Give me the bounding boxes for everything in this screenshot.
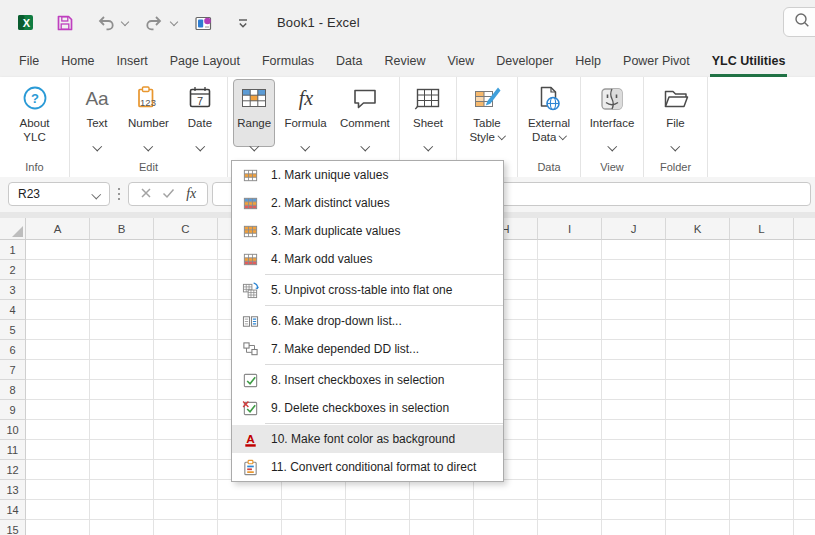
formula-bar-drag-handle[interactable] bbox=[112, 182, 126, 206]
date-icon: 7 bbox=[185, 84, 215, 114]
undo-button[interactable] bbox=[89, 8, 122, 38]
menu-item-label: 7. Make depended DD list... bbox=[271, 342, 419, 356]
column-header-b[interactable]: B bbox=[90, 218, 154, 240]
row-header-8[interactable]: 8 bbox=[0, 380, 26, 400]
column-header-i[interactable]: I bbox=[538, 218, 602, 240]
interface-icon bbox=[597, 84, 627, 114]
tab-page-layout[interactable]: Page Layout bbox=[159, 45, 251, 77]
row-header-2[interactable]: 2 bbox=[0, 260, 26, 280]
tab-review[interactable]: Review bbox=[373, 45, 436, 77]
button-label: Date bbox=[188, 117, 212, 131]
ribbon-group-buttons: ExternalData bbox=[518, 77, 580, 160]
menu-item-6-make-drop-down-list[interactable]: 6. Make drop-down list... bbox=[232, 307, 503, 335]
range-icon bbox=[239, 84, 269, 114]
interface-button[interactable]: Interface bbox=[586, 79, 639, 147]
menu-item-1-mark-unique-values[interactable]: 1. Mark unique values bbox=[232, 161, 503, 189]
row-header-4[interactable]: 4 bbox=[0, 300, 26, 320]
menu-item-2-mark-distinct-values[interactable]: 2. Mark distinct values bbox=[232, 189, 503, 217]
button-label: Formula bbox=[284, 117, 326, 131]
column-header-a[interactable]: A bbox=[26, 218, 90, 240]
about-ylc-button[interactable]: ?AboutYLC bbox=[15, 79, 55, 146]
ribbon-group-info: ?AboutYLCInfo bbox=[0, 77, 70, 177]
column-header-l[interactable]: L bbox=[730, 218, 794, 240]
number-icon: 123 bbox=[133, 84, 163, 114]
tab-home[interactable]: Home bbox=[50, 45, 105, 77]
tab-help[interactable]: Help bbox=[564, 45, 612, 77]
row-header-15[interactable]: 15 bbox=[0, 520, 26, 535]
formula-icon: fx bbox=[291, 84, 321, 114]
row-header-9[interactable]: 9 bbox=[0, 400, 26, 420]
tab-developer[interactable]: Developer bbox=[485, 45, 564, 77]
menu-item-8-insert-checkboxes-in-selection[interactable]: 8. Insert checkboxes in selection bbox=[232, 366, 503, 394]
tab-file[interactable]: File bbox=[8, 45, 50, 77]
ribbon-group-buttons: RangefxFormulaComment bbox=[228, 77, 399, 160]
chevron-down-icon bbox=[362, 136, 369, 145]
menu-item-9-delete-checkboxes-in-selection[interactable]: 9. Delete checkboxes in selection bbox=[232, 394, 503, 422]
name-box[interactable]: R23 bbox=[8, 182, 110, 206]
menu-item-7-make-depended-dd-list[interactable]: 7. Make depended DD list... bbox=[232, 335, 503, 363]
tab-formulas[interactable]: Formulas bbox=[251, 45, 325, 77]
table-style-button[interactable]: TableStyle bbox=[465, 79, 508, 146]
select-all-corner[interactable] bbox=[0, 218, 26, 240]
row-header-7[interactable]: 7 bbox=[0, 360, 26, 380]
column-header-k[interactable]: K bbox=[666, 218, 730, 240]
svg-text:X: X bbox=[23, 17, 31, 29]
text-button[interactable]: AaText bbox=[77, 79, 117, 147]
ribbon-group-folder: FileFolder bbox=[644, 77, 708, 177]
chevron-down-icon[interactable] bbox=[91, 190, 100, 199]
addin-icon[interactable] bbox=[187, 8, 221, 38]
column-header-j[interactable]: J bbox=[602, 218, 666, 240]
row-header-14[interactable]: 14 bbox=[0, 500, 26, 520]
redo-dropdown-icon[interactable] bbox=[170, 17, 178, 25]
cancel-icon[interactable] bbox=[140, 185, 152, 203]
row-header-11[interactable]: 11 bbox=[0, 440, 26, 460]
menu-separator bbox=[265, 274, 503, 275]
chevron-down-icon bbox=[94, 136, 101, 145]
chevron-down-icon bbox=[302, 136, 309, 145]
column-header-c[interactable]: C bbox=[154, 218, 218, 240]
enter-icon[interactable] bbox=[162, 185, 175, 203]
row-header-1[interactable]: 1 bbox=[0, 240, 26, 260]
customize-quick-access-icon[interactable] bbox=[229, 8, 257, 38]
menu-item-3-mark-duplicate-values[interactable]: 3. Mark duplicate values bbox=[232, 217, 503, 245]
save-icon[interactable] bbox=[49, 8, 81, 38]
chevron-down-icon bbox=[559, 132, 567, 140]
date-button[interactable]: 7Date bbox=[180, 79, 220, 147]
range-button[interactable]: Range bbox=[233, 79, 275, 147]
tab-view[interactable]: View bbox=[436, 45, 485, 77]
row-header-12[interactable]: 12 bbox=[0, 460, 26, 480]
tab-data[interactable]: Data bbox=[325, 45, 373, 77]
menu-item-4-mark-odd-values[interactable]: 4. Mark odd values bbox=[232, 245, 503, 273]
row-header-10[interactable]: 10 bbox=[0, 420, 26, 440]
menu-item-5-unpivot-cross-table-into-flat-one[interactable]: 5. Unpivot cross-table into flat one bbox=[232, 276, 503, 304]
external-data-button[interactable]: ExternalData bbox=[524, 79, 574, 146]
chevron-down-icon bbox=[498, 132, 506, 140]
sheet-button[interactable]: Sheet bbox=[408, 79, 448, 147]
button-label: File bbox=[666, 117, 685, 131]
tab-ylc-utilities[interactable]: YLC Utilities bbox=[701, 45, 797, 77]
undo-dropdown-icon[interactable] bbox=[121, 17, 129, 25]
menu-item-label: 11. Convert conditional format to direct bbox=[271, 460, 476, 474]
row-header-6[interactable]: 6 bbox=[0, 340, 26, 360]
menu-item-10-make-font-color-as-background[interactable]: A10. Make font color as background bbox=[232, 425, 503, 453]
grid-unique-icon bbox=[242, 167, 259, 184]
grid-odd-icon bbox=[242, 251, 259, 268]
redo-button[interactable] bbox=[138, 8, 171, 38]
svg-text:Aa: Aa bbox=[85, 88, 109, 109]
menu-separator bbox=[265, 305, 503, 306]
menu-item-label: 10. Make font color as background bbox=[271, 432, 455, 446]
menu-item-11-convert-conditional-format-to-direct[interactable]: 11. Convert conditional format to direct bbox=[232, 453, 503, 481]
row-header-5[interactable]: 5 bbox=[0, 320, 26, 340]
tab-power-pivot[interactable]: Power Pivot bbox=[612, 45, 701, 77]
number-button[interactable]: 123Number bbox=[124, 79, 173, 147]
insert-function-icon[interactable]: fx bbox=[186, 186, 196, 202]
search-box[interactable] bbox=[783, 7, 815, 37]
chevron-down-icon bbox=[425, 136, 432, 145]
excel-logo-icon[interactable]: X bbox=[10, 8, 41, 38]
row-header-13[interactable]: 13 bbox=[0, 480, 26, 500]
file-button[interactable]: File bbox=[656, 79, 696, 147]
formula-button[interactable]: fxFormula bbox=[280, 79, 330, 147]
row-header-3[interactable]: 3 bbox=[0, 280, 26, 300]
tab-insert[interactable]: Insert bbox=[106, 45, 159, 77]
comment-button[interactable]: Comment bbox=[336, 79, 394, 147]
